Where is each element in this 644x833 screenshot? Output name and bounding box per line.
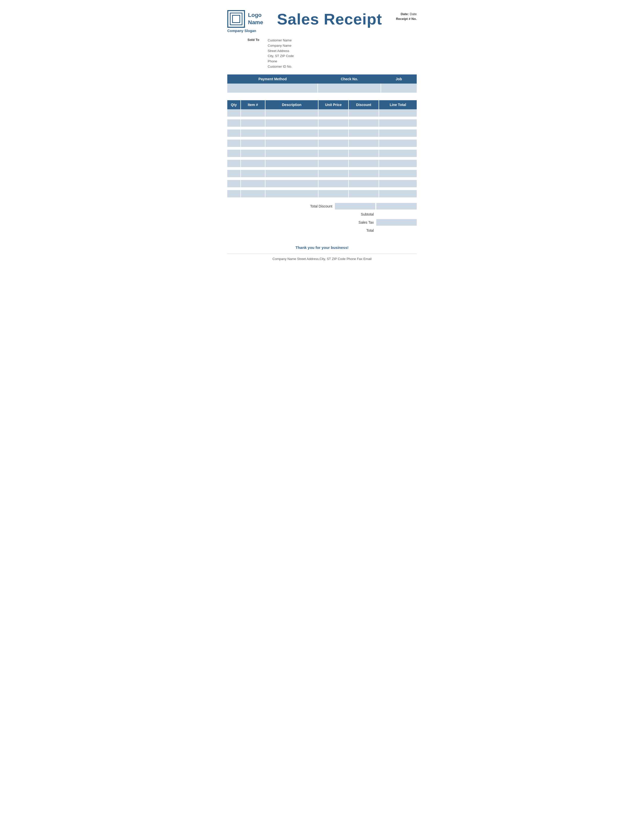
header: Logo Name Company Slogan Sales Receipt D… <box>227 10 417 33</box>
table-cell <box>241 109 266 117</box>
table-cell <box>227 130 241 137</box>
table-cell <box>318 140 349 147</box>
table-cell <box>318 150 349 157</box>
table-cell <box>379 109 417 117</box>
items-table: Qty Item # Description Unit Price Discou… <box>227 100 417 198</box>
table-cell <box>227 119 241 127</box>
logo-icon <box>227 10 245 28</box>
table-cell <box>265 170 318 177</box>
table-row <box>227 190 417 198</box>
table-cell <box>318 160 349 167</box>
table-cell <box>379 170 417 177</box>
logo-inner <box>230 13 242 25</box>
table-cell <box>318 170 349 177</box>
table-cell <box>349 180 379 188</box>
spacer-row <box>227 188 417 190</box>
total-discount-label: Total Discount <box>297 204 332 208</box>
table-cell <box>227 190 241 198</box>
payment-method-header: Payment Method <box>227 74 318 84</box>
check-no-cell <box>318 84 381 93</box>
subtotal-row: Subtotal <box>338 211 417 217</box>
table-cell <box>241 170 266 177</box>
table-cell <box>265 190 318 198</box>
spacer-row <box>227 177 417 180</box>
table-cell <box>265 160 318 167</box>
table-cell <box>318 119 349 127</box>
table-cell <box>379 160 417 167</box>
table-cell <box>265 109 318 117</box>
total-row: Total <box>338 227 417 234</box>
table-row <box>227 140 417 147</box>
spacer-row <box>227 157 417 160</box>
table-cell <box>227 109 241 117</box>
totals-section: Total Discount Subtotal Sales Tax Total <box>227 203 417 235</box>
table-row <box>227 119 417 127</box>
table-cell <box>265 130 318 137</box>
total-discount-boxes <box>335 203 417 209</box>
spacer-row <box>227 127 417 130</box>
qty-header: Qty <box>227 100 241 109</box>
payment-table: Payment Method Check No. Job <box>227 74 417 93</box>
receipt-number: Receipt # No. <box>396 17 417 21</box>
table-cell <box>379 190 417 198</box>
logo-text: Logo Name <box>248 11 263 26</box>
description-header: Description <box>265 100 318 109</box>
table-cell <box>241 119 266 127</box>
sales-tax-row: Sales Tax <box>338 219 417 226</box>
total-discount-box1 <box>335 203 375 209</box>
table-row <box>227 150 417 157</box>
subtotal-label: Subtotal <box>338 212 374 216</box>
spacer-row <box>227 147 417 150</box>
customer-name: Customer Name <box>268 38 294 43</box>
table-cell <box>241 190 266 198</box>
table-cell <box>241 150 266 157</box>
title-area: Sales Receipt <box>277 10 382 28</box>
sold-to-info: Customer Name Company Name Street Addres… <box>268 38 294 69</box>
table-cell <box>265 119 318 127</box>
logo-inner2 <box>232 15 240 23</box>
table-cell <box>227 150 241 157</box>
table-cell <box>265 150 318 157</box>
table-row <box>227 180 417 188</box>
job-cell <box>381 84 417 93</box>
table-row <box>227 109 417 117</box>
total-discount-box2 <box>376 203 417 209</box>
table-cell <box>349 190 379 198</box>
table-cell <box>241 160 266 167</box>
payment-header-row: Payment Method Check No. Job <box>227 74 417 84</box>
table-cell <box>379 130 417 137</box>
table-row <box>227 160 417 167</box>
table-cell <box>349 150 379 157</box>
table-cell <box>318 180 349 188</box>
spacer-row <box>227 117 417 119</box>
date-area: Date: Date Receipt # No. <box>396 12 417 21</box>
items-header-row: Qty Item # Description Unit Price Discou… <box>227 100 417 109</box>
item-header: Item # <box>241 100 266 109</box>
logo-area: Logo Name <box>227 10 263 28</box>
table-cell <box>265 140 318 147</box>
company-slogan: Company Slogan <box>227 29 263 33</box>
customer-id: Customer ID No. <box>268 64 294 69</box>
table-row <box>227 130 417 137</box>
table-cell <box>349 119 379 127</box>
table-cell <box>379 150 417 157</box>
subtotal-box <box>376 211 417 217</box>
check-no-header: Check No. <box>318 74 381 84</box>
table-cell <box>379 180 417 188</box>
table-row <box>227 170 417 177</box>
table-cell <box>241 140 266 147</box>
table-cell <box>379 119 417 127</box>
payment-data-row <box>227 84 417 93</box>
table-cell <box>349 160 379 167</box>
table-cell <box>318 109 349 117</box>
table-cell <box>318 130 349 137</box>
thank-you-message: Thank you for your business! <box>227 245 417 250</box>
table-cell <box>318 190 349 198</box>
page-title: Sales Receipt <box>277 10 382 28</box>
table-cell <box>227 160 241 167</box>
spacer-row <box>227 167 417 170</box>
city-state-zip: City, ST ZIP Code <box>268 53 294 59</box>
line-total-header: Line Total <box>379 100 417 109</box>
unit-price-header: Unit Price <box>318 100 349 109</box>
sales-tax-label: Sales Tax <box>338 220 374 224</box>
